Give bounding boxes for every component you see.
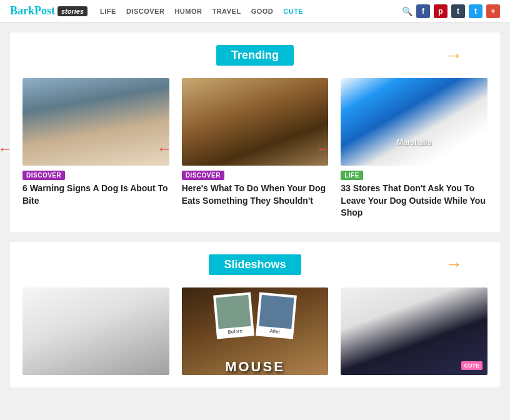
- googleplus-icon[interactable]: +: [486, 4, 500, 18]
- slideshows-header: Slideshows →: [22, 254, 488, 275]
- slideshows-title: Slideshows: [209, 254, 301, 275]
- card-dog-eats[interactable]: DISCOVER Here's What To Do When Your Dog…: [182, 78, 329, 207]
- slideshow-image-2: Before After MOUSE: [182, 288, 329, 375]
- card-category-2: DISCOVER: [182, 171, 224, 180]
- slideshows-section: Slideshows → Before A: [10, 242, 500, 388]
- card-stores[interactable]: Marshalls LIFE 33 Stores That Don't Ask …: [341, 78, 488, 219]
- facebook-icon[interactable]: f: [416, 4, 430, 18]
- logo-barkpost[interactable]: BarkPost: [10, 4, 55, 18]
- arrow-left-indicator-2: ←: [157, 140, 172, 158]
- search-icon[interactable]: 🔍: [402, 6, 412, 16]
- nav-humor[interactable]: HUMOR: [174, 8, 202, 15]
- slideshows-arrow: →: [445, 254, 462, 274]
- slideshow-card-1[interactable]: [22, 288, 169, 375]
- tumblr-icon[interactable]: t: [451, 4, 465, 18]
- card-title-2: Here's What To Do When Your Dog Eats Som…: [182, 182, 329, 207]
- slideshows-cards-grid: Before After MOUSE CUTE: [22, 288, 488, 375]
- trending-card-2[interactable]: ← DISCOVER Here's What To Do When Your D…: [182, 78, 329, 219]
- nav-life[interactable]: LIFE: [100, 8, 116, 15]
- card-image-3: Marshalls: [341, 78, 488, 166]
- twitter-icon[interactable]: t: [469, 4, 482, 18]
- arrow-left-indicator-3: ←: [316, 140, 331, 158]
- trending-arrow: →: [445, 46, 462, 66]
- logo-stories-badge: stories: [58, 6, 88, 16]
- trending-card-1[interactable]: ← DISCOVER 6 Warning Signs A Dog Is Abou…: [22, 78, 169, 219]
- marshalls-text: Marshalls: [397, 138, 431, 147]
- nav-good[interactable]: GOOD: [251, 8, 274, 15]
- logo-area[interactable]: BarkPost stories: [10, 4, 88, 18]
- card-image-1: [22, 78, 169, 166]
- slideshow-card-2[interactable]: Before After MOUSE: [182, 288, 329, 375]
- main-nav: LIFE DISCOVER HUMOR TRAVEL GOOD CUTE: [100, 8, 402, 15]
- pinterest-icon[interactable]: p: [434, 4, 448, 18]
- mouse-text: MOUSE: [225, 359, 285, 375]
- slideshow-card-3[interactable]: CUTE: [341, 288, 488, 375]
- arrow-left-indicator-1: ←: [0, 140, 12, 158]
- card-title-1: 6 Warning Signs A Dog Is About To Bite: [22, 182, 169, 207]
- main-content: Trending → ← DISCOVER 6 Warning Signs A …: [0, 32, 510, 388]
- trending-section: Trending → ← DISCOVER 6 Warning Signs A …: [10, 32, 500, 232]
- trending-card-3[interactable]: ← Marshalls LIFE 33 Stores That Don't As…: [341, 78, 488, 219]
- polaroid-after: After: [256, 292, 297, 339]
- card-title-3: 33 Stores That Don't Ask You To Leave Yo…: [341, 182, 488, 219]
- trending-title: Trending: [216, 45, 294, 66]
- trending-cards-grid: ← DISCOVER 6 Warning Signs A Dog Is Abou…: [22, 78, 488, 219]
- card-category-1: DISCOVER: [22, 171, 65, 180]
- card-category-3: LIFE: [341, 171, 363, 180]
- polaroid-container: Before After: [215, 294, 295, 338]
- nav-discover[interactable]: DISCOVER: [126, 8, 164, 15]
- header-right: 🔍 f p t t +: [402, 4, 500, 18]
- nav-cute[interactable]: CUTE: [283, 8, 303, 15]
- slideshow-image-1: [22, 288, 169, 375]
- cute-badge: CUTE: [461, 361, 483, 370]
- card-image-2: [182, 78, 329, 166]
- polaroid-before: Before: [213, 292, 254, 339]
- card-warning-signs[interactable]: DISCOVER 6 Warning Signs A Dog Is About …: [22, 78, 169, 207]
- trending-header: Trending →: [22, 45, 488, 66]
- header: BarkPost stories LIFE DISCOVER HUMOR TRA…: [0, 0, 510, 22]
- nav-travel[interactable]: TRAVEL: [212, 8, 241, 15]
